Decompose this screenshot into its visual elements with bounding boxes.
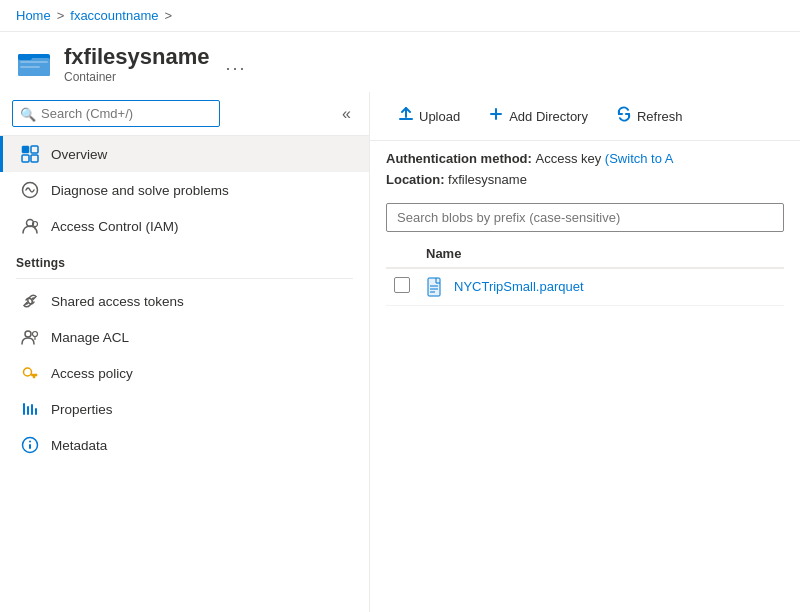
sidebar-search-bar: 🔍 «: [0, 92, 369, 136]
azure-container-svg: [16, 46, 52, 82]
link-icon: [19, 292, 41, 310]
breadcrumb-sep1: >: [57, 8, 65, 23]
svg-rect-6: [31, 146, 38, 153]
refresh-icon: [616, 106, 632, 126]
add-directory-icon: [488, 106, 504, 126]
table-row[interactable]: NYCTripSmall.parquet: [386, 269, 784, 306]
settings-section-label: Settings: [0, 244, 369, 274]
svg-rect-8: [31, 155, 38, 162]
svg-point-14: [24, 368, 32, 376]
overview-icon: [19, 145, 41, 163]
add-directory-button[interactable]: Add Directory: [476, 100, 600, 132]
file-table: Name: [370, 240, 800, 612]
page-title: fxfilesysname: [64, 44, 210, 70]
svg-rect-21: [29, 444, 31, 449]
iam-icon: [19, 217, 41, 235]
sidebar-item-metadata[interactable]: Metadata: [0, 427, 369, 463]
search-input[interactable]: [12, 100, 220, 127]
sidebar-item-manage-acl[interactable]: Manage ACL: [0, 319, 369, 355]
info-icon: [19, 436, 41, 454]
refresh-label: Refresh: [637, 109, 683, 124]
info-bar: Authentication method: Access key (Switc…: [370, 141, 800, 195]
container-icon: [16, 46, 52, 82]
svg-rect-17: [31, 404, 33, 415]
row-checkbox-col: [394, 277, 426, 296]
upload-label: Upload: [419, 109, 460, 124]
sidebar-item-label-manage-acl: Manage ACL: [51, 330, 129, 345]
breadcrumb-account[interactable]: fxaccountname: [70, 8, 158, 23]
toolbar: Upload Add Directory: [370, 92, 800, 141]
svg-rect-5: [22, 146, 29, 153]
row-checkbox[interactable]: [394, 277, 410, 293]
auth-method-value: Access key: [536, 151, 605, 166]
svg-rect-15: [23, 403, 25, 415]
location-line: Location: fxfilesysname: [386, 170, 784, 191]
auth-switch-link[interactable]: (Switch to A: [605, 151, 674, 166]
main-layout: 🔍 « Overview: [0, 92, 800, 612]
page-header-text: fxfilesysname Container: [64, 44, 210, 84]
svg-rect-4: [20, 66, 40, 68]
diagnose-icon: [19, 181, 41, 199]
upload-icon: [398, 106, 414, 126]
file-icon: [426, 277, 446, 297]
sidebar-item-access-policy[interactable]: Access policy: [0, 355, 369, 391]
svg-rect-16: [27, 406, 29, 415]
sidebar-item-label-iam: Access Control (IAM): [51, 219, 179, 234]
svg-point-20: [29, 441, 31, 443]
search-wrap: 🔍: [12, 100, 326, 127]
table-header: Name: [386, 240, 784, 269]
search-icon: 🔍: [20, 106, 36, 121]
breadcrumb: Home > fxaccountname >: [0, 0, 800, 32]
location-label: Location:: [386, 172, 448, 187]
settings-divider: [16, 278, 353, 279]
blob-search-wrap: [370, 195, 800, 240]
add-directory-label: Add Directory: [509, 109, 588, 124]
svg-rect-7: [22, 155, 29, 162]
svg-rect-18: [35, 408, 37, 415]
sidebar-item-label-access-policy: Access policy: [51, 366, 133, 381]
content-area: Upload Add Directory: [370, 92, 800, 612]
auth-method-label: Authentication method:: [386, 151, 536, 166]
svg-rect-3: [20, 61, 48, 63]
sidebar: 🔍 « Overview: [0, 92, 370, 612]
svg-point-13: [33, 332, 38, 337]
sidebar-item-overview[interactable]: Overview: [0, 136, 369, 172]
sidebar-item-label-overview: Overview: [51, 147, 107, 162]
header-name-col: Name: [426, 246, 776, 261]
svg-rect-2: [18, 54, 32, 60]
upload-button[interactable]: Upload: [386, 100, 472, 132]
breadcrumb-home[interactable]: Home: [16, 8, 51, 23]
auth-method-line: Authentication method: Access key (Switc…: [386, 149, 784, 170]
blob-search-input[interactable]: [386, 203, 784, 232]
sidebar-item-label-properties: Properties: [51, 402, 113, 417]
more-options-button[interactable]: ...: [222, 50, 251, 79]
svg-point-12: [25, 331, 31, 337]
page-header: fxfilesysname Container ...: [0, 32, 800, 92]
properties-icon: [19, 400, 41, 418]
sidebar-item-label-diagnose: Diagnose and solve problems: [51, 183, 229, 198]
sidebar-item-label-metadata: Metadata: [51, 438, 107, 453]
manage-acl-icon: [19, 328, 41, 346]
sidebar-item-diagnose[interactable]: Diagnose and solve problems: [0, 172, 369, 208]
sidebar-item-iam[interactable]: Access Control (IAM): [0, 208, 369, 244]
svg-rect-22: [428, 278, 440, 296]
sidebar-item-label-shared-access: Shared access tokens: [51, 294, 184, 309]
sidebar-item-shared-access[interactable]: Shared access tokens: [0, 283, 369, 319]
page-subtitle: Container: [64, 70, 210, 84]
sidebar-item-properties[interactable]: Properties: [0, 391, 369, 427]
breadcrumb-sep2: >: [164, 8, 172, 23]
row-name-col[interactable]: NYCTripSmall.parquet: [426, 277, 776, 297]
file-name: NYCTripSmall.parquet: [454, 279, 584, 294]
refresh-button[interactable]: Refresh: [604, 100, 695, 132]
collapse-button[interactable]: «: [336, 103, 357, 125]
location-value: fxfilesysname: [448, 172, 527, 187]
key-icon: [19, 364, 41, 382]
